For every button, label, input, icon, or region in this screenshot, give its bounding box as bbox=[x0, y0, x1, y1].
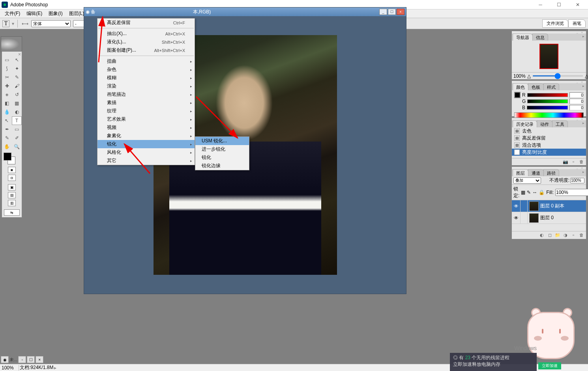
filter-extract[interactable]: 抽出(X)...Alt+Ctrl+X bbox=[97, 30, 195, 38]
tab-color[interactable]: 颜色 bbox=[513, 83, 528, 90]
tab-layers[interactable]: 图层 bbox=[513, 169, 528, 176]
g-slider[interactable] bbox=[527, 99, 568, 103]
mini-max-icon[interactable]: ☐ bbox=[27, 356, 35, 363]
layer-style-icon[interactable]: ◐ bbox=[539, 232, 545, 238]
type-tool[interactable]: T bbox=[12, 116, 22, 125]
panel-menu-icon[interactable]: ▸ bbox=[581, 34, 586, 41]
document-titlebar[interactable]: ◉ 备 本,RGB) _ ☐ × bbox=[84, 7, 406, 16]
blur-tool[interactable]: 💧 bbox=[2, 108, 12, 116]
mini-close-icon[interactable]: × bbox=[36, 356, 43, 363]
path-select-tool[interactable]: ↖ bbox=[2, 116, 12, 125]
filter-noise[interactable]: 杂色 bbox=[97, 65, 195, 74]
tab-file-browser[interactable]: 文件浏览 bbox=[542, 19, 568, 28]
filter-video[interactable]: 视频 bbox=[97, 123, 195, 132]
history-brush-tool[interactable]: ↺ bbox=[12, 90, 22, 99]
layer-thumbnail[interactable] bbox=[529, 201, 539, 211]
menu-image[interactable]: 图象(I) bbox=[45, 9, 66, 18]
lock-position-icon[interactable]: ↔ bbox=[532, 190, 537, 195]
tab-brushes[interactable]: 画笔 bbox=[568, 19, 586, 28]
screen-standard-icon[interactable]: ▣ bbox=[8, 184, 16, 190]
new-doc-icon[interactable]: ▫ bbox=[570, 159, 577, 164]
gradient-tool[interactable]: ▦ bbox=[12, 99, 22, 108]
navigator-thumbnail[interactable] bbox=[539, 44, 558, 69]
tab-paths[interactable]: 路径 bbox=[543, 169, 559, 176]
wand-tool[interactable]: ✦ bbox=[12, 64, 22, 73]
tab-swatches[interactable]: 色板 bbox=[528, 83, 544, 90]
blend-mode-select[interactable]: 叠加 bbox=[513, 177, 541, 184]
screen-full-menu-icon[interactable]: ▤ bbox=[8, 192, 16, 198]
panel-menu-icon[interactable]: ▸ bbox=[581, 120, 586, 127]
submenu-usm-sharpen[interactable]: USM 锐化... bbox=[195, 137, 249, 145]
tab-navigator[interactable]: 导航器 bbox=[513, 34, 533, 41]
tab-channels[interactable]: 通道 bbox=[528, 169, 544, 176]
history-item[interactable]: ▤混合选项 bbox=[512, 142, 586, 149]
layer-set-icon[interactable]: 📁 bbox=[554, 232, 561, 238]
color-spectrum[interactable] bbox=[514, 112, 584, 118]
status-zoom[interactable]: 100% bbox=[2, 365, 19, 371]
fg-color-box[interactable] bbox=[514, 92, 521, 98]
eraser-tool[interactable]: ◧ bbox=[2, 99, 12, 108]
shape-tool[interactable]: ▭ bbox=[12, 125, 22, 134]
panel-min-icon[interactable]: _ bbox=[577, 31, 581, 34]
filter-sketch[interactable]: 素描 bbox=[97, 99, 195, 107]
layer-mask-icon[interactable]: ◻ bbox=[547, 232, 553, 238]
system-notification[interactable]: ◎ 有 23 个无用的残留进程 立即加速释放电脑内存 立即加速 bbox=[450, 353, 537, 371]
visibility-icon[interactable]: 👁 bbox=[512, 200, 521, 212]
layer-thumbnail[interactable] bbox=[529, 213, 539, 223]
history-item[interactable]: ▤高反差保留 bbox=[512, 134, 586, 142]
orientation-icon[interactable]: ⟷ bbox=[21, 20, 29, 28]
filter-distort[interactable]: 扭曲 bbox=[97, 57, 195, 65]
hand-tool[interactable]: ✋ bbox=[2, 142, 12, 151]
accelerate-button[interactable]: 立即加速 bbox=[538, 362, 561, 369]
panel-min-icon[interactable]: _ bbox=[577, 167, 581, 169]
zoom-out-icon[interactable]: △ bbox=[527, 73, 531, 79]
filter-blur[interactable]: 模糊 bbox=[97, 74, 195, 82]
link-cell[interactable] bbox=[521, 200, 528, 212]
doc-minimize-button[interactable]: _ bbox=[379, 9, 387, 15]
toolbox-collapse-icon[interactable]: × bbox=[18, 52, 21, 56]
submenu-sharpen[interactable]: 锐化 bbox=[195, 153, 249, 162]
screen-full-icon[interactable]: ▥ bbox=[8, 200, 16, 206]
filter-pixelate[interactable]: 象素化 bbox=[97, 132, 195, 140]
filter-sharpen[interactable]: 锐化 bbox=[97, 140, 195, 148]
lock-all-icon[interactable]: 🔒 bbox=[539, 190, 545, 195]
filter-render[interactable]: 渲染 bbox=[97, 82, 195, 90]
lasso-tool[interactable]: ⟆ bbox=[2, 64, 12, 73]
brush-tool[interactable]: 🖌 bbox=[12, 82, 22, 90]
panel-menu-icon[interactable]: ▸ bbox=[581, 83, 586, 90]
tab-actions[interactable]: 动作 bbox=[537, 120, 552, 127]
font-family-select[interactable]: 宋体 bbox=[31, 20, 71, 27]
tab-history[interactable]: 历史记录 bbox=[513, 120, 537, 127]
history-item[interactable]: ▤亮度/对比度 bbox=[512, 149, 586, 156]
foreground-color[interactable] bbox=[4, 153, 11, 160]
tab-styles[interactable]: 样式 bbox=[543, 83, 559, 90]
mini-restore-icon[interactable]: ▫ bbox=[18, 356, 26, 363]
zoom-in-icon[interactable]: △ bbox=[585, 73, 588, 79]
lock-transparent-icon[interactable]: ▦ bbox=[521, 190, 525, 195]
history-item[interactable]: ▤去色 bbox=[512, 127, 586, 134]
delete-layer-icon[interactable]: 🗑 bbox=[578, 232, 584, 238]
heal-tool[interactable]: ✚ bbox=[2, 82, 12, 90]
snapshot-icon[interactable]: 📷 bbox=[562, 159, 569, 164]
fill-input[interactable] bbox=[555, 189, 588, 196]
zoom-tool[interactable]: 🔍 bbox=[12, 142, 22, 151]
lock-pixels-icon[interactable]: ✎ bbox=[527, 190, 531, 195]
zoom-slider[interactable] bbox=[532, 75, 583, 76]
doc-maximize-button[interactable]: ☐ bbox=[388, 9, 396, 15]
link-cell[interactable] bbox=[521, 212, 528, 224]
mini-doc-icon[interactable]: ◉ bbox=[1, 356, 9, 363]
move-tool[interactable]: ↖ bbox=[12, 56, 22, 64]
menu-file[interactable]: 文件(F) bbox=[2, 9, 23, 18]
opacity-input[interactable] bbox=[570, 178, 584, 183]
trash-icon[interactable]: 🗑 bbox=[578, 159, 584, 164]
eyedropper-tool[interactable]: ✐ bbox=[12, 134, 22, 142]
layer-row[interactable]: 👁 图层 0 副本 bbox=[512, 200, 586, 212]
layer-row[interactable]: 👁 图层 0 bbox=[512, 212, 586, 224]
doc-close-button[interactable]: × bbox=[397, 9, 404, 15]
maximize-button[interactable]: ☐ bbox=[550, 0, 568, 9]
new-layer-icon[interactable]: ▫ bbox=[570, 232, 577, 238]
panel-min-icon[interactable]: _ bbox=[577, 81, 581, 83]
visibility-icon[interactable]: 👁 bbox=[512, 212, 521, 224]
b-slider[interactable] bbox=[527, 106, 568, 110]
filter-artistic[interactable]: 艺术效果 bbox=[97, 115, 195, 123]
